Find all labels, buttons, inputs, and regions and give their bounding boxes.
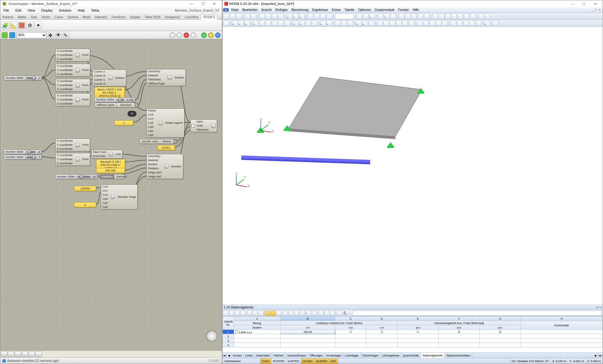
tab-vector[interactable]: Vector bbox=[39, 15, 52, 19]
bb-4[interactable] bbox=[22, 351, 28, 357]
tb-l[interactable] bbox=[405, 14, 411, 19]
tb2-aa[interactable] bbox=[402, 20, 408, 26]
tb-paste[interactable] bbox=[278, 14, 284, 19]
tb2-n[interactable] bbox=[312, 20, 317, 26]
tb-i[interactable] bbox=[384, 14, 390, 19]
surface-definition-component[interactable]: GeometryMaterialThicknessStiffnessTypeSu… bbox=[146, 69, 186, 86]
menu-tekla[interactable]: Tekla bbox=[88, 7, 102, 14]
tab-volumenkoerper[interactable]: Volumenkörper bbox=[286, 353, 308, 358]
tb2-o[interactable] bbox=[320, 20, 326, 26]
nodal-support-component[interactable]: PointsCuXCuYCuZCφXCφYCφZNodal support bbox=[146, 108, 184, 138]
ttb-2[interactable] bbox=[229, 311, 234, 316]
tb-t[interactable] bbox=[458, 14, 463, 19]
tb-s[interactable] bbox=[451, 14, 457, 19]
tb-c[interactable] bbox=[320, 14, 326, 19]
maximize-button[interactable]: ☐ bbox=[578, 0, 589, 7]
tb-w[interactable] bbox=[479, 14, 484, 19]
tb2-x[interactable] bbox=[383, 20, 389, 26]
tb2-h[interactable] bbox=[272, 20, 277, 26]
tb-redo[interactable] bbox=[251, 14, 256, 19]
tab-display2[interactable]: Display bbox=[128, 15, 142, 19]
ribbon-btn-2[interactable]: 📐 bbox=[10, 22, 17, 29]
ttb-7[interactable] bbox=[258, 311, 263, 316]
ttb-5[interactable] bbox=[247, 311, 252, 316]
tb-j[interactable] bbox=[390, 14, 396, 19]
member-hinge-component[interactable]: CuXCuYCuZCφXCφYCφZMember Hinge bbox=[101, 184, 138, 209]
tb2-j[interactable] bbox=[284, 20, 290, 26]
tb-n[interactable] bbox=[418, 14, 423, 19]
table-row[interactable]: 3 bbox=[223, 339, 603, 343]
tab-params[interactable]: Params bbox=[0, 15, 15, 19]
tb-f[interactable] bbox=[363, 14, 369, 19]
bb-6[interactable] bbox=[36, 351, 42, 357]
ribbon-btn-3[interactable]: 🧱 bbox=[18, 22, 25, 29]
point-component-c[interactable]: X coordinateY coordinateZ coordinatePoin… bbox=[55, 79, 90, 92]
collapse-icon[interactable]: ▾ ✕ bbox=[596, 305, 601, 310]
bb-5[interactable] bbox=[29, 351, 35, 357]
point-component-d[interactable]: X coordinateY coordinateZ coordinatePoin… bbox=[55, 93, 90, 106]
minimize-button[interactable]: — bbox=[186, 0, 197, 7]
tb-m[interactable] bbox=[411, 14, 417, 19]
point-component-e[interactable]: X coordinateY coordinateZ coordinatePoin… bbox=[55, 139, 90, 151]
menu-extras[interactable]: Extras bbox=[330, 8, 343, 12]
solver-on-icon[interactable] bbox=[201, 32, 207, 38]
tb-combo[interactable] bbox=[335, 14, 354, 19]
status-hlinien[interactable]: HLINIEN bbox=[314, 358, 329, 364]
tab-flaechen[interactable]: Flächen bbox=[272, 353, 286, 358]
rfem-data-table[interactable]: Gelenk Nr. A B C D E F G H Bezug Axial/Q… bbox=[222, 316, 603, 352]
tab-tekla2019i[interactable]: Tekla 2019i bbox=[142, 15, 163, 19]
open-button[interactable] bbox=[2, 32, 8, 38]
tb2-y[interactable] bbox=[390, 20, 395, 26]
maximize-button[interactable]: ☐ bbox=[197, 0, 209, 7]
preview-mesh-icon[interactable] bbox=[170, 32, 175, 38]
tb2-w[interactable] bbox=[377, 20, 383, 26]
menu-file[interactable]: File bbox=[0, 7, 12, 14]
preview-off-icon[interactable] bbox=[184, 32, 189, 38]
bb-1[interactable] bbox=[1, 351, 7, 357]
tb-a[interactable] bbox=[308, 14, 313, 19]
tab-rfem5[interactable]: RFEM 5 bbox=[201, 14, 217, 20]
panel-section-ipe300[interactable]: IPE 300 bbox=[96, 168, 125, 173]
number-slider-7[interactable]: Number Slider 7 bbox=[4, 76, 42, 80]
ttb-17[interactable] bbox=[319, 311, 324, 316]
tb2-t[interactable] bbox=[356, 20, 362, 26]
tb-undo[interactable] bbox=[244, 14, 250, 19]
tab-kangaroo2[interactable]: Kangaroo2 bbox=[163, 15, 183, 19]
tb2-an[interactable] bbox=[493, 20, 498, 26]
tb-open[interactable] bbox=[230, 14, 235, 19]
menu-berechnung[interactable]: Berechnung bbox=[290, 8, 310, 12]
ttb-19[interactable] bbox=[330, 311, 335, 316]
tb2-ae[interactable] bbox=[430, 20, 435, 26]
tab-intersect[interactable]: Intersect bbox=[93, 15, 109, 19]
ttb-10[interactable] bbox=[276, 311, 281, 316]
rfem-export-component[interactable]: InputUnitsTolerance bbox=[190, 119, 217, 132]
zoom-select[interactable]: 85% bbox=[17, 32, 47, 38]
tb2-v[interactable] bbox=[369, 20, 374, 26]
menu-bearbeiten[interactable]: Bearbeiten bbox=[240, 8, 259, 12]
dropdown-stiffness[interactable]: stiffness typesStandard▼ bbox=[95, 103, 139, 107]
status-dxf[interactable]: DXF bbox=[329, 358, 338, 364]
tb-v[interactable] bbox=[470, 14, 476, 19]
tool-move[interactable]: ✥ bbox=[48, 32, 54, 38]
tab-sets[interactable]: Sets bbox=[29, 15, 39, 19]
ttb-15[interactable] bbox=[306, 311, 311, 316]
tb2-ak[interactable] bbox=[469, 20, 475, 26]
tb2-u[interactable] bbox=[362, 20, 368, 26]
tabnav-last[interactable]: ⏭ bbox=[598, 353, 603, 358]
tb-r[interactable] bbox=[445, 14, 451, 19]
tb2-b[interactable] bbox=[232, 20, 238, 26]
tb-k[interactable] bbox=[399, 14, 404, 19]
tb-u[interactable] bbox=[464, 14, 469, 19]
tb-copy[interactable] bbox=[272, 14, 277, 19]
tb-save[interactable] bbox=[236, 14, 242, 19]
ribbon-btn-1[interactable]: 🧩 bbox=[2, 22, 9, 29]
tab-materialien[interactable]: Materialien bbox=[255, 353, 272, 358]
tab-maths[interactable]: Maths bbox=[15, 15, 28, 19]
ttb-1[interactable] bbox=[223, 311, 228, 316]
tb-dd3[interactable] bbox=[299, 14, 305, 19]
tb-dd2[interactable] bbox=[293, 14, 299, 19]
panel-tolerance[interactable]: 0.0001 bbox=[157, 145, 175, 150]
status-ofang[interactable]: OFANG bbox=[301, 358, 315, 364]
tabnav-prev[interactable]: ◀ bbox=[227, 353, 231, 358]
tabnav-first[interactable]: ⏮ bbox=[222, 353, 227, 358]
